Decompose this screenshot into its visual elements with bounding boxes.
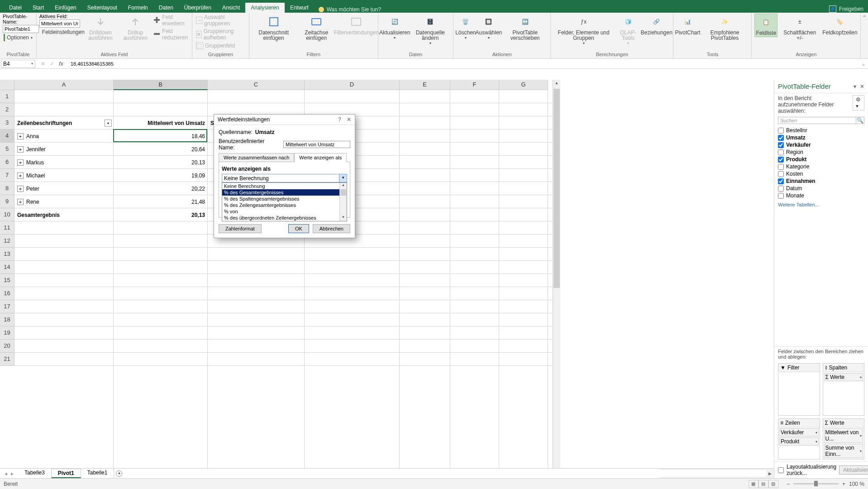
area-pill[interactable]: Produkt▾ bbox=[779, 437, 819, 446]
new-sheet-button[interactable]: + bbox=[114, 469, 124, 479]
dropdown-item[interactable]: % von bbox=[222, 208, 347, 215]
ribbon-collapse-button[interactable]: ⌃ bbox=[861, 13, 868, 21]
row-header[interactable]: 17 bbox=[0, 300, 14, 313]
close-icon[interactable]: ✕ bbox=[860, 83, 864, 90]
buttons-toggle[interactable]: ±Schaltflächen +/- bbox=[779, 14, 820, 42]
tab-ansicht[interactable]: Ansicht bbox=[217, 3, 245, 13]
fields-items-button[interactable]: ƒxFelder, Elemente und Gruppen▾ bbox=[553, 14, 613, 47]
select-button[interactable]: 🔲Auswählen▾ bbox=[477, 14, 501, 42]
cell[interactable]: 20,13 bbox=[114, 156, 208, 169]
field-row[interactable]: Verkäufer bbox=[778, 141, 864, 149]
tab-ueberpruefen[interactable]: Überprüfen bbox=[179, 3, 217, 13]
column-header[interactable]: D bbox=[305, 80, 400, 90]
defer-layout-checkbox[interactable] bbox=[778, 467, 784, 473]
row-header[interactable]: 9 bbox=[0, 195, 14, 208]
cell[interactable]: +Rene bbox=[14, 195, 114, 208]
tab-daten[interactable]: Daten bbox=[153, 3, 179, 13]
chevron-down-icon[interactable]: ▾ bbox=[339, 174, 347, 182]
area-pill[interactable]: Σ Werte▾ bbox=[824, 373, 863, 381]
row-header[interactable]: 11 bbox=[0, 221, 14, 235]
column-header[interactable]: C bbox=[208, 80, 305, 90]
row-header[interactable]: 8 bbox=[0, 182, 14, 195]
sheet-tab[interactable]: Tabelle3 bbox=[18, 469, 52, 478]
search-icon[interactable]: 🔍 bbox=[856, 117, 864, 124]
row-header[interactable]: 6 bbox=[0, 156, 14, 169]
tab-summarize-by[interactable]: Werte zusammenfassen nach bbox=[219, 153, 294, 162]
dropdown-item[interactable]: % des Zeilengesamtergebnisses bbox=[222, 202, 347, 208]
reduce-field-button[interactable]: ➖Feld reduzieren bbox=[153, 28, 189, 41]
scroll-thumb[interactable] bbox=[340, 189, 346, 196]
tab-entwurf[interactable]: Entwurf bbox=[285, 3, 314, 13]
row-headers[interactable]: 123456789101112131415161718192021 bbox=[0, 90, 14, 478]
field-checkbox[interactable] bbox=[778, 178, 784, 184]
scroll-up-button[interactable]: ▲ bbox=[553, 80, 560, 87]
row-header[interactable]: 2 bbox=[0, 103, 14, 116]
scroll-right-button[interactable]: ▶ bbox=[766, 471, 774, 476]
field-checkbox[interactable] bbox=[778, 149, 784, 155]
column-header[interactable]: F bbox=[450, 80, 499, 90]
formula-input[interactable]: 18,4615384615385 bbox=[68, 61, 859, 67]
pivottable-name-input[interactable] bbox=[3, 25, 39, 33]
row-header[interactable]: 13 bbox=[0, 248, 14, 261]
cancel-button[interactable]: Abbrechen bbox=[313, 224, 350, 233]
dropdown-item[interactable]: % des Gesamtergebnisses bbox=[222, 189, 347, 196]
cell[interactable]: 20,64 bbox=[114, 143, 208, 156]
filterconn-button[interactable]: Filterverbindungen bbox=[338, 14, 375, 36]
area-pill[interactable]: Verkäufer▾ bbox=[779, 428, 819, 436]
dropdown-item[interactable]: Keine Berechnung bbox=[222, 183, 347, 189]
expand-field-button[interactable]: ➕Feld erweitern bbox=[153, 14, 189, 27]
area-pill[interactable]: Summe von Einn...▾ bbox=[824, 444, 863, 458]
field-row[interactable]: Kosten bbox=[778, 170, 864, 177]
field-checkbox[interactable] bbox=[778, 186, 784, 192]
groupfield-button[interactable]: ⬚Gruppenfeld bbox=[195, 42, 246, 50]
zoom-level[interactable]: 100 % bbox=[849, 481, 864, 487]
tab-nav-first-icon[interactable]: ◂ bbox=[3, 470, 9, 477]
cancel-formula-icon[interactable]: ✕ bbox=[39, 61, 47, 67]
field-label[interactable]: Produkt bbox=[786, 156, 806, 163]
cell[interactable]: +Anna bbox=[14, 129, 114, 143]
column-header[interactable]: E bbox=[400, 80, 450, 90]
tab-show-values-as[interactable]: Werte anzeigen als bbox=[294, 153, 347, 162]
expand-button[interactable]: + bbox=[17, 133, 24, 139]
row-header[interactable]: 10 bbox=[0, 208, 14, 221]
expand-button[interactable]: + bbox=[17, 146, 24, 153]
dropdown-item[interactable]: % des Spaltengesamtergebnisses bbox=[222, 196, 347, 202]
tab-start[interactable]: Start bbox=[27, 3, 49, 13]
pivotchart-button[interactable]: 📊PivotChart bbox=[676, 14, 699, 36]
expand-button[interactable]: + bbox=[17, 173, 24, 179]
column-header[interactable]: G bbox=[499, 80, 548, 90]
row-header[interactable]: 18 bbox=[0, 313, 14, 326]
row-header[interactable]: 21 bbox=[0, 353, 14, 366]
cell[interactable]: Zeilenbeschriftungen bbox=[14, 116, 114, 129]
update-button[interactable]: Aktualisieren bbox=[839, 465, 868, 475]
cell[interactable]: Gesamtergebnis bbox=[14, 208, 114, 221]
field-row[interactable]: Produkt bbox=[778, 156, 864, 163]
share-button[interactable]: 👤 Freigeben bbox=[829, 5, 863, 13]
row-header[interactable]: 20 bbox=[0, 340, 14, 353]
move-button[interactable]: ↔️PivotTable verschieben bbox=[502, 14, 548, 42]
field-label[interactable]: Kosten bbox=[786, 171, 803, 177]
number-format-button[interactable]: Zahlenformat bbox=[219, 224, 262, 233]
show-values-as-combo[interactable]: Keine Berechnung ▾ Keine Berechnung% des… bbox=[222, 174, 347, 182]
normal-view-button[interactable]: ▦ bbox=[749, 480, 758, 488]
cell[interactable]: +Michael bbox=[14, 169, 114, 182]
slicer-button[interactable]: Datenschnitt einfügen bbox=[252, 14, 296, 42]
field-checkbox[interactable] bbox=[778, 157, 784, 163]
tab-analysieren[interactable]: Analysieren bbox=[245, 3, 285, 13]
field-checkbox[interactable] bbox=[778, 128, 784, 134]
more-tables-link[interactable]: Weitere Tabellen... bbox=[774, 200, 868, 211]
row-header[interactable]: 12 bbox=[0, 235, 14, 248]
active-field-input[interactable] bbox=[39, 19, 80, 28]
values-area[interactable]: ΣWerte Mittelwert von U...▾Summe von Ein… bbox=[823, 418, 865, 460]
field-row[interactable]: Bestellnr bbox=[778, 127, 864, 134]
vertical-scrollbar[interactable]: ▲ ▼ bbox=[553, 80, 560, 478]
expand-button[interactable]: + bbox=[17, 186, 24, 192]
drilldown-button[interactable]: Drilldown ausführen bbox=[83, 14, 118, 42]
zoom-out-button[interactable]: − bbox=[787, 481, 790, 487]
cell[interactable]: 20,13 bbox=[114, 208, 208, 221]
fieldlist-button[interactable]: 📋Feldliste bbox=[754, 14, 777, 37]
row-header[interactable]: 16 bbox=[0, 287, 14, 300]
filter-dropdown-button[interactable]: ▾ bbox=[105, 120, 112, 127]
refresh-button[interactable]: 🔄Aktualisieren▾ bbox=[381, 14, 409, 42]
row-header[interactable]: 4 bbox=[0, 129, 14, 143]
